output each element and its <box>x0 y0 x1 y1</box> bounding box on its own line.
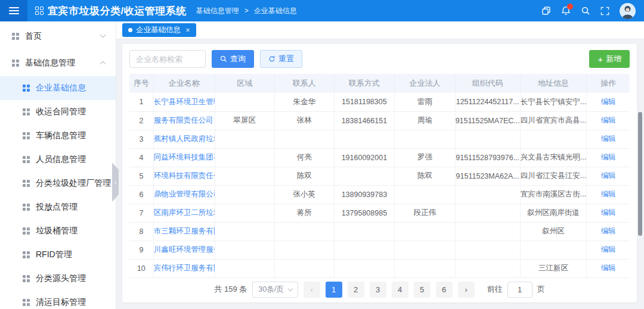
fullscreen-icon[interactable] <box>600 7 609 15</box>
sidebar-item-1[interactable]: 基础信息管理 <box>0 49 116 76</box>
cell-contact: 蒋所 <box>274 204 334 222</box>
cell-region: 翠屏区 <box>215 111 274 130</box>
cell-name[interactable]: 长宁县环境卫生管理所 <box>153 93 215 111</box>
cell-actions: 编辑 <box>587 167 630 185</box>
cell-name[interactable]: 区南岸环卫二所垃圾清运 <box>153 204 215 222</box>
sidebar-item-9[interactable]: RFID管理 <box>0 243 116 267</box>
cell-region <box>215 93 274 111</box>
sidebar-item-8[interactable]: 垃圾桶管理 <box>0 219 116 243</box>
sidebar: 首页基础信息管理企业基础信息收运合同管理车辆信息管理人员信息管理分类垃圾处理厂管… <box>0 21 116 309</box>
app-window: 宜宾市垃圾分类/收运管理系统 基础信息管理 > 企业基础信息 <box>0 0 644 309</box>
cell-actions: 编辑 <box>587 185 630 204</box>
tab-label: 企业基础信息 <box>136 25 181 35</box>
edit-button[interactable]: 编辑 <box>601 116 616 124</box>
table-row: 9川鑫旺环境管理服务公司编辑 <box>129 241 630 259</box>
cell-no: 3 <box>129 130 153 148</box>
reset-button[interactable]: 重置 <box>260 50 302 68</box>
sidebar-item-6[interactable]: 分类垃圾处理厂管理 <box>0 171 116 195</box>
table-row: 7区南岸环卫二所垃圾清运蒋所13795808985段正伟叙州区南岸街道编辑 <box>129 204 630 222</box>
add-button[interactable]: + 新增 <box>589 50 630 68</box>
page-button-5[interactable]: 5 <box>414 282 431 298</box>
sidebar-item-label: 收运合同管理 <box>36 107 105 117</box>
total-count: 共 159 条 <box>214 284 247 295</box>
plus-icon: + <box>597 55 603 64</box>
sidebar-item-7[interactable]: 投放点管理 <box>0 195 116 219</box>
cell-name[interactable]: 鼎物业管理有限公司（南 <box>153 185 215 204</box>
cell-org-code <box>455 241 520 259</box>
page-button-4[interactable]: 4 <box>392 282 408 298</box>
cell-contact: 张小英 <box>274 185 334 204</box>
page-button-2[interactable]: 2 <box>348 282 364 298</box>
tab-enterprise-basic-info[interactable]: 企业基础信息 × <box>122 23 196 37</box>
edit-button[interactable]: 编辑 <box>601 227 616 235</box>
edit-button[interactable]: 编辑 <box>601 153 616 161</box>
bell-icon[interactable] <box>561 6 571 15</box>
cell-region <box>215 241 274 259</box>
jump-page-input[interactable] <box>507 282 532 298</box>
edit-button[interactable]: 编辑 <box>601 98 616 106</box>
page-list: 123456 <box>326 282 453 298</box>
sidebar-item-3[interactable]: 收运合同管理 <box>0 100 116 124</box>
sidebar-item-2[interactable]: 企业基础信息 <box>0 76 116 100</box>
cell-name[interactable]: 同益环境科技集团有限责任 <box>153 148 215 167</box>
breadcrumb-separator: > <box>244 7 249 15</box>
breadcrumb-item[interactable]: 基础信息管理 <box>196 6 239 16</box>
column-header: 序号 <box>129 74 153 93</box>
edit-button[interactable]: 编辑 <box>601 208 616 217</box>
cell-org-code <box>455 130 520 148</box>
page-button-3[interactable]: 3 <box>370 282 386 298</box>
page-button-6[interactable]: 6 <box>436 282 453 298</box>
vertical-scrollbar-thumb[interactable] <box>638 112 642 236</box>
cell-address <box>520 130 587 148</box>
edit-button[interactable]: 编辑 <box>601 171 616 180</box>
query-button[interactable]: 查询 <box>212 50 254 68</box>
search-icon[interactable] <box>581 6 590 15</box>
cell-name[interactable]: 环境科技有限责任公司江 <box>153 167 215 185</box>
company-search-input[interactable] <box>129 50 206 68</box>
card-wrapper: 查询 重置 + 新增 <box>116 39 644 309</box>
sidebar-item-4[interactable]: 车辆信息管理 <box>0 124 116 148</box>
page-size-select[interactable]: 30条/页 <box>252 282 298 298</box>
next-page-button[interactable]: › <box>458 282 475 298</box>
cell-actions: 编辑 <box>587 111 630 130</box>
tab-close-icon[interactable]: × <box>185 26 190 34</box>
hamburger-icon[interactable] <box>0 0 27 21</box>
sidebar-item-5[interactable]: 人员信息管理 <box>0 148 116 171</box>
edit-button[interactable]: 编辑 <box>601 135 616 143</box>
cell-legal: 周瑜 <box>395 111 456 130</box>
menu-grid-icon <box>23 156 30 163</box>
cell-name[interactable]: 宾伟行环卫服务有限公司 <box>153 259 215 277</box>
cell-phone <box>334 130 395 148</box>
cell-no: 6 <box>129 185 153 204</box>
sidebar-item-label: 车辆信息管理 <box>36 130 105 141</box>
tab-bar: 企业基础信息 × <box>116 21 644 39</box>
sidebar-item-label: RFID管理 <box>36 249 105 260</box>
sidebar-item-11[interactable]: 清运目标管理 <box>0 291 116 309</box>
edit-button[interactable]: 编辑 <box>601 245 616 254</box>
edit-button[interactable]: 编辑 <box>601 264 616 272</box>
cell-no: 2 <box>129 111 153 130</box>
edit-button[interactable]: 编辑 <box>601 190 616 198</box>
cell-name[interactable]: 服务有限责任公司（城乡 <box>153 111 215 130</box>
cell-actions: 编辑 <box>587 130 630 148</box>
column-header: 操作 <box>587 74 630 93</box>
cell-phone: 19160092001 <box>334 148 395 167</box>
cell-name[interactable]: 蕉村镇人民政府垃圾收运 <box>153 130 215 148</box>
sidebar-item-10[interactable]: 分类源头管理 <box>0 267 116 291</box>
cell-contact <box>274 259 334 277</box>
cell-no: 4 <box>129 148 153 167</box>
copy-windows-icon[interactable] <box>541 6 551 15</box>
cell-contact <box>274 130 334 148</box>
cell-name[interactable]: 川鑫旺环境管理服务公司 <box>153 241 215 259</box>
sidebar-item-label: 基础信息管理 <box>25 58 101 68</box>
cell-legal <box>395 259 456 277</box>
prev-page-button[interactable]: ‹ <box>304 282 320 298</box>
sidebar-item-0[interactable]: 首页 <box>0 23 116 49</box>
content-area: 企业基础信息 × 查询 重置 <box>116 21 644 309</box>
sidebar-item-label: 分类垃圾处理厂管理 <box>36 178 111 189</box>
menu-grid-icon <box>23 227 30 235</box>
cell-name[interactable]: 市三颗环卫服务有限责任 <box>153 222 215 241</box>
page-button-1[interactable]: 1 <box>326 282 342 298</box>
cell-no: 8 <box>129 222 153 241</box>
avatar[interactable] <box>620 3 636 19</box>
